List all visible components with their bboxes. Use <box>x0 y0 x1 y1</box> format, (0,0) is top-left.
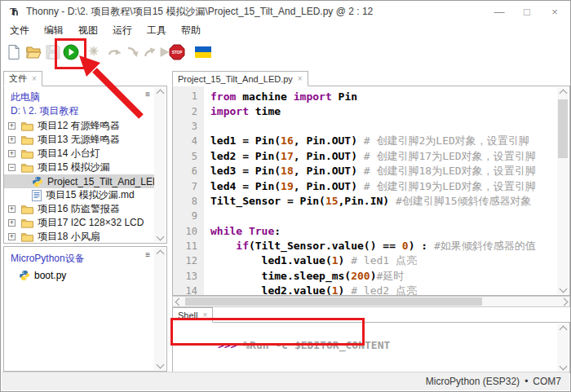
status-bar: MicroPython (ESP32) • COM7 <box>2 372 569 390</box>
scroll-down-icon[interactable] <box>154 359 166 370</box>
menu-run[interactable]: 运行 <box>105 22 139 39</box>
tab-close-icon[interactable]: × <box>202 311 207 319</box>
scroll-down-icon[interactable] <box>557 360 569 372</box>
tree-item-label: 项目12 有源蜂鸣器 <box>38 119 120 133</box>
tree-item[interactable]: −项目15 模拟沙漏 <box>4 161 154 174</box>
tree-item-label: 项目17 I2C 128×32 LCD <box>38 216 144 230</box>
menu-view[interactable]: 视图 <box>71 22 105 39</box>
collapse-icon[interactable]: − <box>8 164 15 171</box>
code-text: led3 = Pin(18, Pin.OUT) # 创建引脚18为LED对象，设… <box>204 164 536 178</box>
scrollbar-thumb[interactable] <box>185 297 482 306</box>
menu-tools[interactable]: 工具 <box>139 22 174 39</box>
expand-icon[interactable]: + <box>8 233 15 240</box>
minimize-button[interactable]: — <box>485 1 513 22</box>
line-number: 8 <box>173 196 204 207</box>
code-line: 14 led2.value(1) # led2 点亮 <box>173 284 557 295</box>
tree-item-label: Project_15_Tilt_And_LED.py <box>47 176 154 187</box>
tree-item-label: 项目18 小风扇 <box>38 230 100 244</box>
expand-icon[interactable]: + <box>8 150 15 157</box>
editor-vscrollbar[interactable] <box>557 87 569 294</box>
tree-item[interactable]: +项目17 I2C 128×32 LCD <box>4 216 154 230</box>
code-line: 7led4 = Pin(19, Pin.OUT) # 创建引脚19为LED对象，… <box>173 178 557 193</box>
new-file-icon[interactable] <box>6 44 22 60</box>
code-text: import time <box>204 105 281 117</box>
tab-files[interactable]: 文件 × <box>3 71 42 86</box>
tree-item[interactable]: +项目12 有源蜂鸣器 <box>4 119 154 133</box>
maximize-button[interactable]: □ <box>513 1 541 22</box>
files-path[interactable]: D: \ 2. 项目教程 <box>11 104 78 118</box>
tree-item[interactable]: Project_15_Tilt_And_LED.py <box>4 174 154 188</box>
shell-scrollbar[interactable] <box>557 324 569 372</box>
files-menu-icon[interactable]: ≡ <box>145 91 150 98</box>
tree-item[interactable]: +项目16 防盗警报器 <box>4 202 154 216</box>
code-line: 2import time <box>173 104 557 118</box>
tab-close-icon[interactable]: × <box>32 74 37 83</box>
line-number: 6 <box>173 165 204 177</box>
python-file-icon <box>19 270 30 281</box>
code-text: time.sleep_ms(200)#延时 <box>204 269 404 284</box>
line-number: 1 <box>173 90 204 102</box>
code-line: 1from machine import Pin <box>173 89 557 104</box>
device-item-bootpy[interactable]: boot.py <box>4 268 154 283</box>
expand-icon[interactable]: + <box>8 136 15 143</box>
line-number: 4 <box>173 135 204 147</box>
shell-output[interactable]: >>> %Run -c $EDITOR_CONTENT <box>172 322 570 373</box>
scroll-left-icon[interactable] <box>173 297 184 306</box>
scroll-up-icon[interactable] <box>154 248 166 259</box>
scroll-down-icon[interactable] <box>154 231 166 242</box>
folder-icon <box>21 121 33 131</box>
run-script-icon[interactable] <box>63 44 79 60</box>
line-number: 2 <box>173 106 204 117</box>
line-number: 13 <box>173 271 204 282</box>
open-file-icon[interactable] <box>25 44 42 60</box>
menu-help[interactable]: 帮助 <box>174 22 208 39</box>
scroll-up-icon[interactable] <box>154 87 166 99</box>
tree-item[interactable]: +项目14 小台灯 <box>4 147 154 161</box>
code-text: led1 = Pin(16, Pin.OUT) # 创建引脚2为LED对象，设置… <box>204 134 529 148</box>
expand-icon[interactable]: + <box>8 122 15 130</box>
window-title: Thonny - D:\2. 项目教程\项目15 模拟沙漏\Project_15… <box>26 5 373 19</box>
tree-item[interactable]: 项目15 模拟沙漏.md <box>4 188 154 202</box>
folder-icon <box>21 148 33 159</box>
tab-shell[interactable]: Shell × <box>172 307 213 323</box>
line-number: 5 <box>173 151 204 162</box>
device-header[interactable]: MicroPython设备 <box>11 252 85 266</box>
close-button[interactable]: × <box>541 1 569 22</box>
tab-close-icon[interactable]: × <box>298 74 303 83</box>
device-scrollbar[interactable] <box>154 248 166 370</box>
tree-item-label: 项目13 无源蜂鸣器 <box>38 133 120 147</box>
scroll-down-icon[interactable] <box>557 283 569 294</box>
editor-hscrollbar[interactable] <box>172 296 570 307</box>
tree-item[interactable]: +项目13 无源蜂鸣器 <box>4 133 154 147</box>
code-text: Tilt_Sensor = Pin(15,Pin.IN) #创建引脚15倾斜传感… <box>204 194 531 209</box>
menu-edit[interactable]: 编辑 <box>37 22 71 39</box>
scroll-up-icon[interactable] <box>557 324 569 335</box>
folder-icon <box>21 162 33 173</box>
tab-shell-label: Shell <box>178 311 197 320</box>
status-port[interactable]: COM7 <box>533 376 561 387</box>
tree-item-label: 项目15 模拟沙漏 <box>38 161 110 174</box>
device-item-label: boot.py <box>34 270 66 281</box>
expand-icon[interactable]: + <box>8 205 15 213</box>
python-icon <box>32 176 43 187</box>
line-number: 10 <box>173 226 204 237</box>
stop-restart-icon[interactable]: STOP <box>169 44 185 60</box>
scroll-up-icon[interactable] <box>557 87 569 99</box>
files-scrollbar[interactable] <box>154 87 166 242</box>
device-menu-icon[interactable]: ≡ <box>145 252 150 258</box>
tab-editor[interactable]: Project_15_Tilt_And_LED.py × <box>172 71 308 86</box>
files-root[interactable]: 此电脑 <box>11 90 40 104</box>
step-into-icon <box>125 44 141 60</box>
status-device[interactable]: MicroPython (ESP32) <box>426 376 520 387</box>
expand-icon[interactable]: + <box>8 219 15 227</box>
thonny-logo-icon: T <box>7 5 20 18</box>
scrollbar-thumb[interactable] <box>558 99 568 158</box>
code-text: led2.value(1) # led2 点亮 <box>204 284 417 295</box>
menu-file[interactable]: 文件 <box>2 22 37 39</box>
scroll-right-icon[interactable] <box>558 297 569 306</box>
ukraine-flag-icon[interactable] <box>195 46 211 58</box>
tree-item[interactable]: +项目18 小风扇 <box>4 230 154 244</box>
code-line: 9 <box>173 209 557 223</box>
line-number: 7 <box>173 181 204 192</box>
code-editor[interactable]: 1from machine import Pin2import time34le… <box>172 86 570 296</box>
